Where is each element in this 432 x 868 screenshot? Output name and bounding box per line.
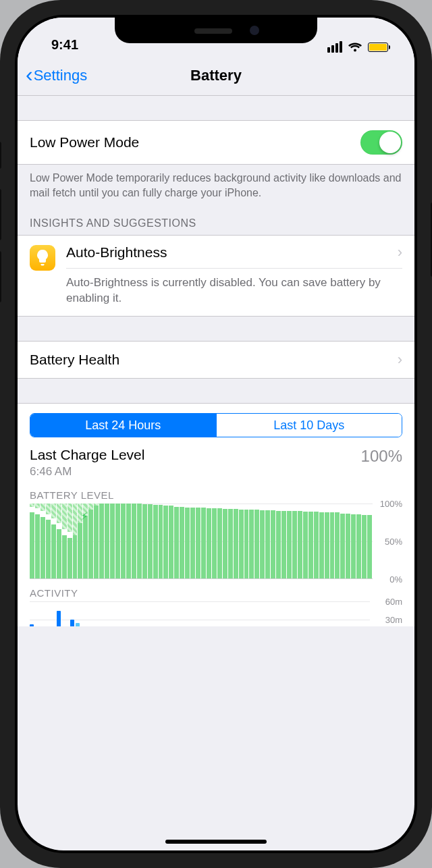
battery-bar <box>351 504 356 578</box>
activity-bar-screen-on <box>57 611 61 627</box>
tab-last-10-days[interactable]: Last 10 Days <box>216 414 402 437</box>
battery-bar <box>35 504 40 578</box>
battery-bar <box>57 504 61 578</box>
battery-bar <box>142 504 147 578</box>
battery-bar <box>190 504 195 578</box>
battery-bar <box>163 504 168 578</box>
battery-bar <box>281 504 286 578</box>
battery-bar <box>223 504 227 578</box>
battery-bar <box>346 504 350 578</box>
battery-bar <box>212 504 217 578</box>
battery-bar <box>169 504 173 578</box>
battery-bar <box>292 504 297 578</box>
chevron-right-icon: › <box>398 244 402 261</box>
battery-bar <box>330 504 335 578</box>
battery-bar <box>276 504 281 578</box>
last-charge-percent: 100% <box>361 447 402 466</box>
status-time: 9:41 <box>39 37 78 53</box>
battery-bar <box>115 504 120 578</box>
battery-bar <box>298 504 302 578</box>
battery-bar <box>314 504 319 578</box>
navigation-bar: ‹ Settings Battery <box>18 55 414 96</box>
activity-bar-group <box>70 620 80 626</box>
battery-bar <box>239 504 244 578</box>
battery-bar <box>51 504 56 578</box>
auto-brightness-title: Auto-Brightness <box>66 244 167 261</box>
activity-bar-group <box>30 624 39 626</box>
low-power-mode-row: Low Power Mode <box>18 120 414 165</box>
battery-bar <box>148 504 153 578</box>
battery-bar <box>319 504 324 578</box>
battery-bar <box>105 504 109 578</box>
back-button[interactable]: ‹ Settings <box>26 65 87 86</box>
chevron-right-icon: › <box>398 351 402 369</box>
battery-bar <box>46 504 51 578</box>
battery-bar <box>185 504 190 578</box>
auto-brightness-description: Auto-Brightness is currently disabled. Y… <box>66 269 402 306</box>
auto-brightness-row[interactable]: Auto-Brightness › Auto-Brightness is cur… <box>18 235 414 317</box>
activity-title: ACTIVITY <box>30 587 402 599</box>
battery-health-label: Battery Health <box>30 352 398 368</box>
battery-bar <box>271 504 275 578</box>
activity-bar-screen-on <box>30 624 34 626</box>
battery-health-row[interactable]: Battery Health › <box>18 341 414 379</box>
battery-bar <box>325 504 329 578</box>
back-label: Settings <box>34 67 88 84</box>
battery-bar <box>94 504 99 578</box>
battery-bar <box>356 504 361 578</box>
battery-bar <box>260 504 265 578</box>
time-range-segmented: Last 24 Hours Last 10 Days <box>30 413 402 437</box>
battery-bar <box>62 504 67 578</box>
battery-bar <box>99 504 104 578</box>
last-charge-label: Last Charge Level <box>30 447 144 463</box>
battery-bar <box>249 504 254 578</box>
battery-y-label: 100% <box>380 499 402 509</box>
battery-bar <box>265 504 270 578</box>
battery-bar <box>30 504 34 578</box>
battery-bar <box>88 504 93 578</box>
chevron-left-icon: ‹ <box>26 63 33 85</box>
activity-chart: ACTIVITY 60m 30m <box>30 579 402 626</box>
activity-y-label: 60m <box>385 597 402 607</box>
low-power-mode-label: Low Power Mode <box>30 134 360 151</box>
battery-bar <box>159 504 163 578</box>
battery-bar <box>335 504 340 578</box>
activity-y-label: 30m <box>385 615 402 625</box>
battery-y-label: 50% <box>385 537 402 547</box>
activity-bar-screen-on <box>70 620 74 626</box>
page-title: Battery <box>190 67 242 84</box>
battery-bar <box>308 504 313 578</box>
battery-bar <box>121 504 126 578</box>
battery-bar <box>137 504 142 578</box>
battery-bar <box>244 504 249 578</box>
wifi-icon <box>348 42 362 53</box>
home-indicator[interactable] <box>165 840 267 844</box>
insights-header: INSIGHTS AND SUGGESTIONS <box>18 200 414 235</box>
battery-bar <box>254 504 259 578</box>
battery-bar <box>68 504 72 578</box>
battery-bar <box>362 504 367 578</box>
usage-panel: Last 24 Hours Last 10 Days Last Charge L… <box>18 403 414 626</box>
low-power-mode-toggle[interactable] <box>360 130 402 155</box>
battery-bar <box>153 504 158 578</box>
battery-bar <box>40 504 45 578</box>
battery-bar <box>228 504 233 578</box>
battery-level-chart: BATTERY LEVEL ⚡︎ 100% 50% 0 <box>30 480 402 579</box>
activity-bar-screen-off <box>76 623 80 626</box>
last-charge-time: 6:46 AM <box>30 465 144 479</box>
battery-bar <box>303 504 308 578</box>
battery-bar <box>174 504 179 578</box>
battery-bar <box>287 504 292 578</box>
activity-bar-group <box>57 611 66 627</box>
tab-last-24-hours[interactable]: Last 24 Hours <box>30 414 216 437</box>
charging-bolt-icon: ⚡︎ <box>81 510 88 522</box>
battery-bar <box>73 504 78 578</box>
battery-level-title: BATTERY LEVEL <box>30 489 402 501</box>
battery-icon <box>368 43 391 52</box>
battery-bar <box>126 504 131 578</box>
device-notch <box>115 18 317 43</box>
battery-bar <box>367 504 372 578</box>
battery-bar <box>234 504 238 578</box>
lightbulb-icon <box>30 245 55 271</box>
battery-bar <box>110 504 115 578</box>
